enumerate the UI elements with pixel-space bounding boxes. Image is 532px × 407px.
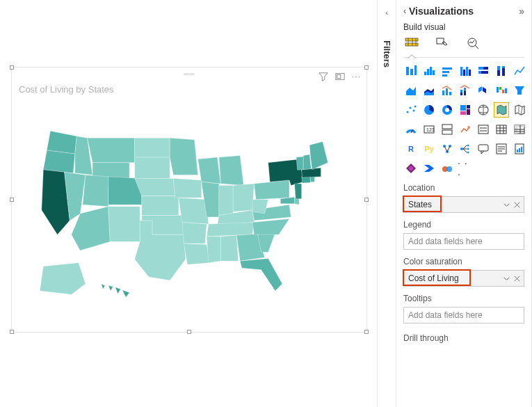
chevron-down-icon[interactable] xyxy=(503,201,510,209)
appsource-icon[interactable] xyxy=(440,161,455,176)
svg-rect-10 xyxy=(406,67,409,75)
well-location[interactable]: States xyxy=(403,196,524,213)
100-stacked-bar-icon[interactable] xyxy=(476,63,491,79)
state-ak[interactable] xyxy=(40,263,86,294)
table-icon[interactable] xyxy=(494,122,509,137)
state-me[interactable] xyxy=(309,141,328,169)
svg-point-43 xyxy=(407,111,409,113)
donut-icon[interactable] xyxy=(440,102,455,118)
clustered-column-icon[interactable] xyxy=(458,63,473,79)
waterfall-icon[interactable] xyxy=(494,83,509,98)
state-ar[interactable] xyxy=(182,223,207,244)
state-mo[interactable] xyxy=(179,198,209,224)
shape-map-icon[interactable] xyxy=(512,102,527,118)
state-mi[interactable] xyxy=(219,156,243,186)
clustered-bar-icon[interactable] xyxy=(421,63,437,79)
tab-build-visual[interactable] xyxy=(403,35,420,51)
state-pa[interactable] xyxy=(254,180,289,200)
chevron-left-icon[interactable]: ‹ xyxy=(385,8,388,17)
stacked-column-icon[interactable] xyxy=(440,63,455,79)
state-sd[interactable] xyxy=(135,157,170,178)
focus-mode-icon[interactable] xyxy=(335,72,345,81)
more-icon[interactable]: ··· xyxy=(352,72,361,81)
map-visual-frame[interactable]: ══ ··· Cost of Living by States xyxy=(11,67,367,333)
well-tooltips[interactable]: Add data fields here xyxy=(403,307,524,324)
py-visual-icon[interactable]: Py xyxy=(421,141,437,157)
power-apps-icon[interactable] xyxy=(403,161,419,176)
map-icon[interactable] xyxy=(476,102,491,118)
svg-rect-59 xyxy=(442,130,452,134)
chevron-down-icon[interactable] xyxy=(503,275,510,282)
slicer-icon[interactable] xyxy=(476,122,491,137)
svg-text:123: 123 xyxy=(426,127,435,132)
100-stacked-column-icon[interactable] xyxy=(494,63,509,79)
drag-grip-icon[interactable]: ══ xyxy=(184,70,195,78)
state-nh[interactable] xyxy=(303,154,311,170)
filters-pane-collapsed[interactable]: ‹ Filters xyxy=(377,0,396,407)
svg-point-45 xyxy=(413,110,415,112)
well-legend[interactable]: Add data fields here xyxy=(403,233,524,250)
state-or[interactable] xyxy=(43,150,74,173)
ribbon-chart-icon[interactable] xyxy=(476,83,491,98)
kpi-icon[interactable] xyxy=(458,122,473,137)
scatter-icon[interactable] xyxy=(403,102,419,118)
state-ne[interactable] xyxy=(135,178,175,195)
matrix-icon[interactable] xyxy=(512,122,527,137)
state-in[interactable] xyxy=(219,186,233,216)
state-al[interactable] xyxy=(220,235,238,261)
state-nc[interactable] xyxy=(252,219,289,235)
tab-analytics[interactable] xyxy=(465,35,481,51)
decomposition-tree-icon[interactable] xyxy=(458,141,473,157)
card-icon[interactable]: 123 xyxy=(421,122,437,137)
state-hi[interactable] xyxy=(102,284,129,297)
state-tn[interactable] xyxy=(207,223,254,237)
line-stacked-icon[interactable] xyxy=(458,83,473,98)
state-nm[interactable] xyxy=(108,207,140,242)
state-vt[interactable] xyxy=(296,157,303,170)
gauge-icon[interactable] xyxy=(403,122,419,137)
key-influencers-icon[interactable] xyxy=(440,141,455,157)
visual-title: Cost of Living by States xyxy=(19,84,114,95)
svg-point-44 xyxy=(410,107,412,109)
stacked-bar-icon[interactable] xyxy=(403,63,419,79)
state-nj[interactable] xyxy=(295,184,302,199)
state-ms[interactable] xyxy=(207,237,220,263)
state-fl[interactable] xyxy=(240,259,282,291)
area-chart-icon[interactable] xyxy=(403,83,419,98)
state-wi[interactable] xyxy=(198,157,221,184)
state-nd[interactable] xyxy=(135,138,170,157)
state-ks[interactable] xyxy=(142,196,179,216)
treemap-icon[interactable] xyxy=(458,102,473,118)
svg-rect-36 xyxy=(460,93,462,95)
state-ut[interactable] xyxy=(83,175,108,206)
expand-icon[interactable]: » xyxy=(519,6,524,17)
tab-format-visual[interactable] xyxy=(434,35,451,51)
filled-map-icon[interactable] xyxy=(494,102,509,118)
smart-narrative-icon[interactable] xyxy=(494,141,509,157)
get-more-visuals-icon[interactable]: · · · xyxy=(458,161,473,176)
pie-icon[interactable] xyxy=(421,102,437,118)
state-ia[interactable] xyxy=(173,178,201,198)
power-automate-icon[interactable] xyxy=(421,161,437,176)
r-visual-icon[interactable]: R xyxy=(403,141,419,157)
state-mt[interactable] xyxy=(87,138,134,162)
qna-icon[interactable] xyxy=(476,141,491,157)
line-chart-icon[interactable] xyxy=(512,63,527,79)
state-la[interactable] xyxy=(184,244,210,264)
close-icon[interactable] xyxy=(513,275,521,282)
multi-row-card-icon[interactable] xyxy=(440,122,455,137)
state-wa[interactable] xyxy=(47,131,76,154)
close-icon[interactable] xyxy=(513,201,521,209)
state-oh[interactable] xyxy=(233,184,254,212)
line-clustered-icon[interactable] xyxy=(440,83,455,98)
visualizations-pane: ‹ Visualizations » Build visual 123RPy· … xyxy=(396,0,532,407)
chevron-left-icon[interactable]: ‹ xyxy=(403,6,406,16)
stacked-area-icon[interactable] xyxy=(421,83,437,98)
paginated-report-icon[interactable] xyxy=(512,141,527,157)
funnel-icon[interactable] xyxy=(512,83,527,98)
report-canvas[interactable]: ══ ··· Cost of Living by States xyxy=(0,0,376,407)
filter-icon[interactable] xyxy=(319,72,328,81)
us-choropleth-map[interactable] xyxy=(22,109,360,325)
state-mn[interactable] xyxy=(170,138,198,175)
well-color-saturation[interactable]: Cost of Living xyxy=(403,270,524,287)
